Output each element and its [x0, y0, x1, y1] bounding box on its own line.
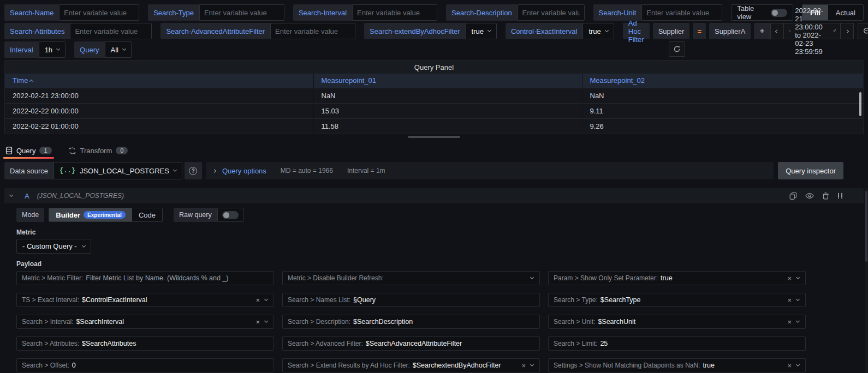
page-scrollbar-handle[interactable] [865, 191, 867, 262]
clear-icon[interactable]: × [521, 362, 526, 369]
var-input-search-unit[interactable] [641, 4, 722, 21]
payload-field-exact-interval[interactable]: TS > Exact Interval: $ControlExactInterv… [16, 293, 274, 307]
var-input-search-interval[interactable] [352, 4, 437, 21]
clear-icon[interactable]: × [787, 275, 792, 282]
chevron-right-icon [845, 29, 849, 33]
table-view-toggle[interactable] [771, 9, 787, 17]
mode-builder-option[interactable]: Builder Experimental [49, 208, 132, 221]
adhoc-filter-operator[interactable]: = [693, 23, 706, 39]
json-datasource-icon: {..} [60, 167, 75, 175]
var-select-query[interactable]: All [105, 41, 132, 58]
query-options-collapser[interactable]: Query options MD = auto = 1966 Interval … [206, 162, 774, 179]
query-count-badge: 1 [39, 147, 51, 154]
chevron-down-icon[interactable] [264, 319, 268, 323]
raw-query-toggle[interactable] [222, 211, 239, 219]
drag-handle-icon[interactable] [837, 193, 843, 198]
clear-icon[interactable]: × [787, 362, 792, 369]
payload-field-search-unit[interactable]: Search > Unit: $SearchUnit × [548, 315, 806, 329]
chevron-down-icon[interactable] [796, 297, 800, 301]
duplicate-query-button[interactable] [789, 192, 797, 200]
time-shift-forward-button[interactable] [840, 23, 854, 39]
tab-transform[interactable]: Transform 0 [68, 141, 128, 160]
payload-field-value: true [661, 274, 673, 282]
collapse-chevron-icon[interactable] [9, 193, 13, 197]
transform-icon [68, 147, 76, 155]
refresh-button[interactable] [669, 41, 685, 57]
actual-button[interactable]: Actual [828, 5, 863, 20]
adhoc-filter-key[interactable]: Supplier [653, 23, 690, 39]
var-input-search-type[interactable] [199, 4, 284, 21]
chevron-down-icon [122, 47, 126, 51]
tab-query-label: Query [16, 147, 35, 155]
var-input-search-description[interactable] [518, 4, 585, 21]
variables-row-3: Interval 1h Query All [4, 41, 864, 58]
var-select-exact-interval[interactable]: true [582, 23, 614, 39]
payload-field-show-only-set-parameter[interactable]: Param > Show Only Set Parameter: true × [548, 271, 806, 285]
adhoc-filter-value[interactable]: SupplierA [709, 23, 751, 39]
payload-field-search-limit[interactable]: Search > Limit: 25 [548, 336, 806, 351]
column-header-time[interactable]: Time [5, 74, 313, 88]
payload-field-search-interval[interactable]: Search > Interval: $SearchInterval × [16, 315, 274, 329]
time-shift-back-button[interactable] [770, 23, 784, 39]
clear-icon[interactable]: × [787, 297, 792, 304]
mode-code-option[interactable]: Code [132, 208, 162, 221]
payload-field-value: $SearchInterval [76, 318, 124, 326]
payload-field-value: $ControlExactInterval [82, 296, 147, 304]
var-select-extend-by-adhoc[interactable]: true [466, 23, 497, 39]
chevron-down-icon[interactable] [796, 363, 800, 366]
panel-resize-handle[interactable] [408, 136, 460, 138]
datasource-name: JSON_LOCAL_POSTGRES [80, 167, 169, 175]
selected-value: true [472, 27, 484, 35]
chevron-down-icon[interactable] [530, 363, 534, 366]
payload-field-search-offset[interactable]: Search > Offset: 0 [16, 358, 274, 372]
clear-icon[interactable]: × [787, 318, 792, 326]
var-input-search-name[interactable] [59, 4, 139, 21]
chevron-down-icon[interactable] [264, 297, 268, 301]
query-row-header[interactable]: A (JSON_LOCAL_POSTGRES) [4, 188, 864, 203]
payload-field-disable-builder-refresh[interactable]: Metric > Disable Builder Refresh: [282, 271, 540, 285]
payload-field-search-description[interactable]: Search > Description: $SearchDescription [282, 315, 540, 329]
max-data-points-value: MD = auto = 1966 [281, 167, 333, 175]
var-input-search-attributes[interactable] [70, 23, 152, 39]
column-header-measurepoint-02[interactable]: Measurepoint_02 [582, 74, 863, 88]
var-input-search-advanced-attribute-filter[interactable] [270, 23, 355, 39]
hide-query-button[interactable] [805, 192, 814, 199]
payload-field-show-nan[interactable]: Settings > Show Not Matching Datapoints … [548, 358, 806, 372]
panel-title[interactable]: Query Panel [5, 61, 863, 74]
zoom-out-time-range-button[interactable] [858, 23, 868, 39]
page-scrollbar[interactable] [865, 188, 868, 373]
var-label: Search-Attributes [4, 23, 70, 39]
selected-value: true [588, 27, 601, 35]
column-header-measurepoint-01[interactable]: Measurepoint_01 [313, 74, 582, 88]
adhoc-add-filter-button[interactable]: + [754, 23, 770, 39]
payload-field-advanced-filter[interactable]: Search > Advanced Filter: $SearchAdvance… [282, 336, 540, 351]
table-scrollbar[interactable] [859, 92, 861, 116]
delete-query-button[interactable] [822, 192, 829, 200]
table-view-toggle-group: Table view [731, 4, 793, 21]
chevron-down-icon [173, 168, 177, 172]
tab-query[interactable]: Query 1 [5, 141, 52, 160]
var-select-interval[interactable]: 1h [39, 41, 66, 58]
chevron-down-icon[interactable] [796, 275, 800, 279]
clear-icon[interactable]: × [255, 297, 260, 304]
payload-field-search-attributes[interactable]: Search > Attributes: $SearchAttributes [16, 336, 274, 351]
payload-field-names-list[interactable]: Search > Names List: §Query [282, 293, 540, 307]
datasource-help-button[interactable]: ? [185, 162, 202, 179]
chevron-down-icon[interactable] [796, 319, 800, 323]
var-search-name: Search-Name [4, 4, 139, 21]
payload-field-extend-results-adhoc[interactable]: Search > Extend Results by Ad Hoc Filter… [282, 358, 540, 372]
var-search-interval: Search-Interval [293, 4, 437, 21]
payload-field-label: Settings > Show Not Matching Datapoints … [554, 362, 700, 369]
metric-select[interactable]: - Custom Query - [16, 239, 91, 254]
chevron-down-icon[interactable] [530, 275, 534, 279]
datasource-picker[interactable]: {..} JSON_LOCAL_POSTGRES [53, 162, 182, 179]
clear-icon[interactable]: × [255, 318, 260, 326]
query-inspector-button[interactable]: Query inspector [778, 162, 843, 179]
query-editor-body: Mode Builder Experimental Code Raw query… [4, 208, 864, 372]
table-row: 2022-02-21 23:00:00 NaN NaN [5, 88, 863, 103]
payload-field-label: Search > Offset: [22, 362, 69, 369]
payload-field-search-type[interactable]: Search > Type: $SearchType × [548, 293, 806, 307]
time-range-button[interactable]: 2022-02-21 23:00:00 to 2022-02-23 23:59:… [783, 23, 841, 39]
payload-field-metric-filter[interactable]: Metric > Metric Filter: Filter Metric Li… [16, 271, 274, 285]
chevron-down-icon [56, 47, 60, 51]
